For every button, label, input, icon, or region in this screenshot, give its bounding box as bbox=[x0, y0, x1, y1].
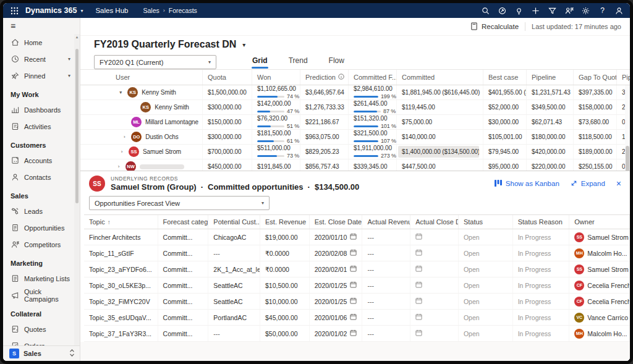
grid-scrollbar[interactable] bbox=[625, 85, 630, 171]
sidebar-item-dashboards[interactable]: Dashboards bbox=[3, 101, 74, 118]
app-launcher-waffle-icon[interactable] bbox=[3, 3, 25, 18]
col-pipeline[interactable]: Pipeline bbox=[527, 70, 574, 85]
product-title[interactable]: Dynamics 365 ▾ bbox=[25, 6, 83, 15]
sidebar-scrollbar[interactable]: ▲ bbox=[74, 34, 80, 345]
tab-trend[interactable]: Trend bbox=[289, 56, 308, 69]
sidebar-item-contacts[interactable]: Contacts bbox=[3, 169, 74, 185]
breadcrumb-section[interactable]: Sales bbox=[143, 7, 159, 14]
quota-cell: $300,000.00 bbox=[203, 130, 252, 144]
col-quota[interactable]: Quota bbox=[203, 70, 252, 85]
topic-cell[interactable]: Topic_37_1FaY3R3... bbox=[84, 326, 158, 341]
col-committed[interactable]: Committed bbox=[397, 70, 483, 85]
compass-icon[interactable] bbox=[494, 3, 511, 18]
period-select[interactable]: FY2020 Q1 (Current) ▾ bbox=[94, 55, 216, 69]
flag-person-icon[interactable] bbox=[561, 3, 577, 18]
sidebar-item-accounts[interactable]: Accounts bbox=[3, 152, 74, 169]
help-icon[interactable]: ? bbox=[594, 3, 611, 18]
col-status[interactable]: Status bbox=[459, 215, 513, 229]
expand-button[interactable]: Expand bbox=[571, 180, 605, 188]
col-forecast-category[interactable]: Forecast categ... bbox=[158, 215, 209, 229]
col-est-revenue[interactable]: Est. Revenue bbox=[260, 215, 310, 229]
sidebar-item-quick-campaigns[interactable]: Quick Campaigns bbox=[3, 287, 74, 303]
account-icon[interactable] bbox=[611, 3, 627, 18]
scroll-up-icon[interactable]: ▲ bbox=[75, 34, 79, 40]
sidebar-item-marketing-lists[interactable]: Marketing Lists bbox=[3, 270, 74, 287]
opportunity-row[interactable]: Topic_35_esUDqaV... Committ... PortlandA… bbox=[84, 310, 630, 326]
sidebar-item-home[interactable]: Home bbox=[3, 34, 74, 51]
col-potential-customer[interactable]: Potential Cust... bbox=[208, 215, 260, 229]
opportunity-row[interactable]: Topic_30_oL5KE3p... Committ... SeattleAC… bbox=[84, 277, 630, 294]
view-select[interactable]: Opportunities Forecast View ▾ bbox=[89, 196, 270, 210]
col-prediction[interactable]: Prediction bbox=[300, 70, 349, 85]
hub-name[interactable]: Sales Hub bbox=[95, 7, 128, 14]
collapse-chevron-icon[interactable]: ▾ bbox=[117, 90, 124, 95]
sidebar-item-opportunities[interactable]: Opportunities bbox=[3, 219, 74, 236]
col-est-close-date[interactable]: Est. Close Date bbox=[310, 215, 363, 229]
expand-chevron-icon[interactable]: › bbox=[119, 149, 125, 154]
forecast-row[interactable]: KS Kenny Smith $300,000.00 $142,000.00 4… bbox=[80, 100, 630, 115]
area-switch-icon[interactable] bbox=[69, 349, 75, 358]
forecast-row[interactable]: › DO Dustin Ochs $300,000.00 $181,500.00… bbox=[80, 130, 630, 145]
topic-cell[interactable]: Topic_35_esUDqaV... bbox=[84, 310, 158, 325]
info-icon[interactable] bbox=[338, 74, 344, 81]
opportunity-row[interactable]: Topic_23_aFYDFo6... Committ... 2K_1_Acc_… bbox=[84, 261, 630, 277]
sidebar-item-pinned[interactable]: Pinned ▾ bbox=[3, 67, 74, 84]
actual-revenue-cell: --- bbox=[362, 245, 410, 261]
sidebar-scrollbar-thumb[interactable] bbox=[75, 49, 79, 203]
topic-cell[interactable]: Topic_23_aFYDFo6... bbox=[84, 261, 158, 277]
col-actual-close-date[interactable]: Actual Close D... bbox=[410, 215, 459, 229]
sort-ascending-icon: ↑ bbox=[108, 219, 111, 226]
col-actual-revenue[interactable]: Actual Revenue bbox=[362, 215, 410, 229]
col-user[interactable]: User bbox=[80, 70, 203, 85]
topic-cell[interactable]: Topic_32_FiMYC20V bbox=[84, 294, 158, 309]
opportunity-row[interactable]: Topic_37_1FaY3R3... Committ... --- $50,0… bbox=[84, 326, 630, 342]
show-as-kanban-button[interactable]: Show as Kanban bbox=[495, 180, 559, 188]
forecast-row[interactable]: ▾ KS Kenny Smith $1,500,000.00 $1,102,66… bbox=[80, 85, 630, 100]
col-pipeline-coverage[interactable]: Pipeline Co bbox=[617, 70, 630, 85]
tab-grid[interactable]: Grid bbox=[252, 56, 268, 69]
sidebar-item-recent[interactable]: Recent ▾ bbox=[3, 51, 74, 67]
chevron-down-icon[interactable]: ▾ bbox=[68, 56, 70, 62]
col-status-reason[interactable]: Status Reason bbox=[513, 215, 570, 229]
expand-chevron-icon[interactable]: › bbox=[121, 134, 127, 140]
tab-flow[interactable]: Flow bbox=[329, 56, 344, 69]
col-won[interactable]: Won bbox=[252, 70, 300, 85]
col-topic[interactable]: Topic↑ bbox=[84, 215, 158, 229]
chevron-down-icon[interactable]: ▾ bbox=[242, 41, 245, 48]
forecast-row[interactable]: › SS Samuel Strom $700,000.00 $511,000.0… bbox=[80, 145, 630, 159]
forecast-row[interactable]: ML Millard Lamontagne $150,000.00 $76,32… bbox=[80, 115, 630, 130]
area-switcher[interactable]: S Sales bbox=[3, 345, 80, 361]
close-icon[interactable]: × bbox=[616, 179, 621, 188]
topic-cell[interactable]: Topic_30_oL5KE3p... bbox=[84, 277, 158, 293]
grid-scrollbar-thumb[interactable] bbox=[626, 146, 629, 171]
status-cell: Open bbox=[459, 326, 513, 341]
breadcrumb-page[interactable]: Forecasts bbox=[169, 7, 197, 14]
recalculate-button[interactable]: Recalculate bbox=[470, 22, 519, 32]
lightbulb-icon[interactable] bbox=[511, 3, 527, 18]
hamburger-menu-icon[interactable]: ≡ bbox=[3, 18, 80, 34]
sidebar-item-leads[interactable]: Leads bbox=[3, 203, 74, 219]
sidebar-item-quotes[interactable]: Quotes bbox=[3, 321, 74, 337]
chevron-down-icon[interactable]: ▾ bbox=[68, 73, 70, 78]
search-icon[interactable] bbox=[477, 3, 494, 18]
topic-cell[interactable]: Topic_11_sGtIF bbox=[84, 245, 158, 261]
committed-cell-selected[interactable]: $1,400,000.00 ($134,500.00) bbox=[397, 145, 483, 159]
topic-cell[interactable]: Fincher Architects bbox=[84, 229, 158, 245]
col-committed-forecast[interactable]: Committed F... bbox=[349, 70, 397, 85]
opportunity-row[interactable]: Topic_11_sGtIF Committ... --- ₹0.0000 20… bbox=[84, 245, 630, 261]
col-best-case[interactable]: Best case bbox=[483, 70, 527, 85]
col-owner[interactable]: Owner bbox=[569, 215, 630, 229]
avatar: KS bbox=[140, 102, 151, 112]
sidebar-item-orders[interactable]: Orders bbox=[3, 337, 74, 345]
settings-gear-icon[interactable] bbox=[577, 3, 594, 18]
add-icon[interactable] bbox=[527, 3, 544, 18]
opportunity-row[interactable]: Fincher Architects Committ... ChicagoAC … bbox=[84, 229, 630, 245]
progress-fill bbox=[354, 96, 378, 98]
sidebar-item-competitors[interactable]: Competitors bbox=[3, 236, 74, 253]
opportunity-row[interactable]: Topic_32_FiMYC20V Committ... SeattleAC $… bbox=[84, 294, 630, 310]
sidebar-item-activities[interactable]: Activities bbox=[3, 118, 74, 135]
expand-chevron-icon[interactable]: › bbox=[116, 164, 122, 169]
col-gap-to-quota[interactable]: Gap To Quota bbox=[574, 70, 617, 85]
forecast-row-partial[interactable]: › NW $450,000.00 $191,845.00 $856,757.43… bbox=[80, 159, 630, 171]
filter-icon[interactable] bbox=[544, 3, 561, 18]
